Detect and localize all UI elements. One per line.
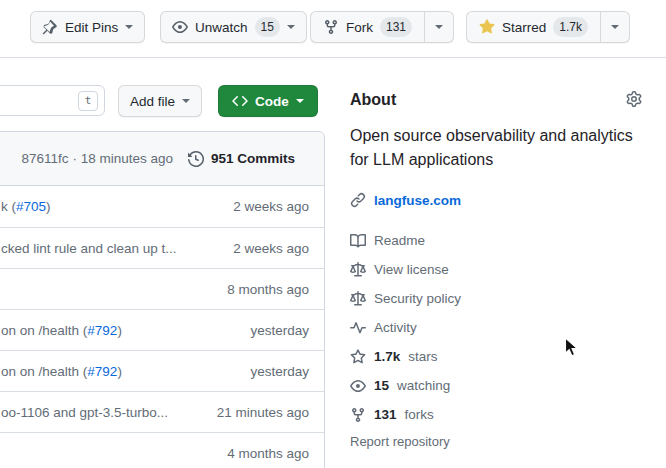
file-row: cked lint rule and clean up t... 2 weeks… [0, 227, 324, 268]
commit-date[interactable]: 8 months ago [227, 282, 309, 297]
commit-message-text: on on /health ( [1, 364, 87, 379]
watching-stat-link[interactable]: 15 watching [350, 371, 461, 400]
file-row: on on /health (#792) yesterday [0, 350, 324, 391]
commit-message-text: ) [117, 323, 122, 338]
chevron-down-icon [435, 25, 443, 29]
code-button[interactable]: Code [218, 85, 318, 117]
file-row: 4 months ago [0, 432, 324, 468]
commit-message-text: on on /health ( [1, 323, 87, 338]
commit-message-text: ) [117, 364, 122, 379]
keyboard-shortcut-badge: t [78, 91, 98, 111]
watching-count: 15 [374, 378, 389, 393]
commit-date[interactable]: yesterday [250, 364, 309, 379]
star-icon [350, 349, 366, 365]
security-policy-link[interactable]: Security policy [350, 284, 461, 313]
code-label: Code [255, 94, 289, 109]
repo-website-link[interactable]: langfuse.com [350, 192, 461, 208]
star-count-badge: 1.7k [553, 17, 588, 37]
commit-time: 18 minutes ago [81, 151, 173, 166]
readme-link[interactable]: Readme [350, 226, 461, 255]
file-table: 87611fc · 18 minutes ago 951 Commits k (… [0, 131, 325, 468]
activity-link[interactable]: Activity [350, 313, 461, 342]
book-icon [350, 233, 366, 249]
watching-label: watching [397, 378, 450, 393]
edit-pins-label: Edit Pins [65, 20, 118, 35]
chevron-down-icon [182, 99, 190, 103]
fork-count-badge: 131 [380, 17, 412, 37]
fork-label: Fork [346, 20, 373, 35]
commit-date[interactable]: yesterday [250, 323, 309, 338]
eye-icon [172, 19, 188, 35]
chevron-down-icon [125, 25, 133, 29]
law-icon [350, 291, 366, 307]
latest-commit-info: 87611fc · 18 minutes ago [22, 151, 173, 166]
commit-hash: 87611fc [22, 151, 69, 166]
unwatch-label: Unwatch [195, 20, 248, 35]
issue-link[interactable]: #792 [87, 364, 117, 379]
about-title: About [350, 91, 652, 109]
chevron-down-icon [611, 25, 619, 29]
security-policy-label: Security policy [374, 291, 461, 306]
license-link[interactable]: View license [350, 255, 461, 284]
add-file-button[interactable]: Add file [118, 85, 202, 117]
fork-dropdown-button[interactable] [424, 12, 453, 42]
stars-count: 1.7k [374, 349, 400, 364]
commit-history-link[interactable]: 951 Commits [188, 151, 295, 167]
forks-label: forks [405, 407, 434, 422]
repo-settings-button[interactable] [626, 91, 642, 110]
commit-date[interactable]: 2 weeks ago [233, 241, 309, 256]
mouse-cursor [564, 337, 578, 358]
chevron-down-icon [287, 25, 295, 29]
gear-icon [626, 91, 642, 107]
commit-separator: · [72, 151, 77, 166]
eye-icon [350, 378, 366, 394]
report-repository-link[interactable]: Report repository [350, 434, 450, 449]
commit-date[interactable]: 21 minutes ago [217, 405, 309, 420]
commit-message[interactable]: cked lint rule and clean up t... [1, 241, 223, 256]
repo-forked-icon [350, 407, 366, 423]
commit-message-text: oo-1106 and gpt-3.5-turbo... [1, 405, 168, 420]
commit-message[interactable]: k (#705) [1, 199, 223, 214]
repo-forked-icon [323, 19, 339, 35]
header-divider [0, 57, 666, 58]
star-dropdown-button[interactable] [600, 12, 629, 42]
add-file-label: Add file [130, 94, 175, 109]
chevron-down-icon [296, 99, 304, 103]
forks-stat-link[interactable]: 131 forks [350, 400, 461, 429]
github-repo-page: Edit Pins Unwatch 15 Fork 131 Starred 1.… [0, 0, 666, 468]
file-row: on on /health (#792) yesterday [0, 309, 324, 350]
commit-message[interactable]: oo-1106 and gpt-3.5-turbo... [1, 405, 207, 420]
law-icon [350, 262, 366, 278]
commit-message[interactable]: on on /health (#792) [1, 323, 240, 338]
latest-commit-bar: 87611fc · 18 minutes ago 951 Commits [0, 132, 324, 186]
watchers-count-badge: 15 [255, 17, 280, 37]
commit-message-text: cked lint rule and clean up t... [1, 241, 177, 256]
fork-button[interactable]: Fork 131 [311, 12, 424, 42]
about-sidebar: About Open source observability and anal… [350, 91, 652, 109]
activity-label: Activity [374, 320, 417, 335]
commit-message-text: k ( [1, 199, 16, 214]
commit-message[interactable]: on on /health (#792) [1, 364, 240, 379]
link-icon [350, 192, 366, 208]
stars-stat-link[interactable]: 1.7k stars [350, 342, 461, 371]
commit-message-text: ) [46, 199, 51, 214]
pin-icon [42, 19, 58, 35]
file-row: oo-1106 and gpt-3.5-turbo... 21 minutes … [0, 391, 324, 432]
commit-date[interactable]: 4 months ago [227, 446, 309, 461]
commits-count: 951 Commits [211, 151, 295, 166]
fork-button-group: Fork 131 [310, 11, 454, 43]
starred-button[interactable]: Starred 1.7k [467, 12, 600, 42]
commit-date[interactable]: 2 weeks ago [233, 199, 309, 214]
unwatch-button[interactable]: Unwatch 15 [160, 11, 307, 43]
website-label: langfuse.com [374, 193, 461, 208]
edit-pins-button[interactable]: Edit Pins [30, 11, 145, 43]
stars-label: stars [408, 349, 437, 364]
go-to-file-input[interactable]: t [0, 85, 105, 116]
issue-link[interactable]: #705 [16, 199, 46, 214]
forks-count: 131 [374, 407, 397, 422]
about-links: Readme View license Security policy Acti… [350, 226, 461, 429]
starred-label: Starred [502, 20, 546, 35]
repo-description: Open source observability and analytics … [350, 124, 652, 172]
issue-link[interactable]: #792 [87, 323, 117, 338]
star-filled-icon [479, 19, 495, 35]
